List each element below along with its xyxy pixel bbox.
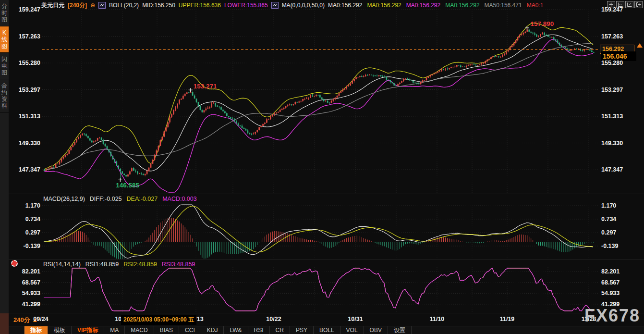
macd-axis-label: 1.170 (601, 202, 643, 209)
price-axis-label: 147.347 (11, 166, 40, 173)
svg-text:157.890: 157.890 (530, 20, 554, 27)
rsi-axis-label: 41.299 (11, 301, 40, 308)
left-sidebar: 分 时 图K 线 图闪 电 图合 约 资 料 (0, 0, 9, 313)
toolbar-zhibiao[interactable]: 指标 (24, 326, 48, 334)
rsi3-value: RSI3:48.859 (162, 261, 195, 268)
price-axis-label: 155.280 (601, 60, 643, 66)
rsi-title: RSI(14,14,14) (43, 261, 81, 268)
rsi-axis-label: 54.933 (601, 290, 643, 297)
macd-axis-label: 0.734 (11, 216, 40, 223)
macd-axis-label: 0.734 (601, 216, 643, 223)
price-axis-label: 157.263 (11, 33, 40, 40)
price-axis-label: 149.330 (601, 140, 643, 147)
toolbar-shezhi[interactable]: 设置 (388, 326, 412, 334)
main-candlestick-chart[interactable]: 157.890153.271146.585 (42, 4, 599, 193)
price-axis-label: 151.313 (601, 113, 643, 120)
rsi-panel[interactable] (42, 267, 599, 313)
rsi-header: RSI(14,14,14) RSI1:48.859 RSI2:48.859 RS… (43, 261, 195, 268)
rsi-axis-label: 82.201 (601, 268, 643, 275)
svg-text:146.585: 146.585 (116, 182, 139, 189)
date-label: 11/19 (493, 316, 522, 322)
toolbar-lwr[interactable]: LW& (224, 326, 248, 334)
toolbar-macd[interactable]: MACD (125, 326, 154, 334)
watermark-logo: FX678 (584, 306, 640, 326)
macd-macd-value: MACD:0.003 (162, 196, 197, 202)
toolbar-rsi[interactable]: RSI (248, 326, 270, 334)
svg-text:153.271: 153.271 (194, 83, 217, 90)
rsi-axis-label: 54.933 (11, 290, 40, 297)
price-axis-label: 159.247 (601, 6, 643, 13)
date-label: 11/10 (423, 316, 451, 322)
price-axis-label: 153.297 (11, 87, 40, 93)
toolbar-psy[interactable]: PSY (290, 326, 314, 334)
toolbar-ma[interactable]: MA (104, 326, 125, 334)
price-axis-label: 159.247 (11, 6, 40, 13)
toolbar-bias[interactable]: BIAS (154, 326, 179, 334)
date-label: 10/22 (259, 316, 288, 322)
time-axis: 240分 ▲ 2025/10/03 05:00~09:00 五 09/2410/… (0, 313, 644, 326)
price-axis-label: 147.347 (601, 166, 643, 173)
price-axis-label: 157.263 (601, 33, 643, 40)
chart-application-window: 分 时 图K 线 图闪 电 图合 约 资 料 美元日元 [240分] ⊕ BOL… (0, 0, 644, 334)
panel-separator (9, 194, 644, 194)
panel-separator (9, 260, 644, 260)
rsi2-value: RSI2:48.859 (123, 261, 157, 268)
toolbar-boll[interactable]: BOLL (314, 326, 340, 334)
date-label: 09/24 (26, 316, 55, 322)
toolbar-moban[interactable]: 模板 (48, 326, 72, 334)
macd-header: MACD(26,12,9) DIFF:-0.025 DEA:-0.027 MAC… (43, 196, 197, 202)
toolbar-cci[interactable]: CCI (179, 326, 201, 334)
date-label: 10/31 (341, 316, 370, 322)
toolbar-vol[interactable]: VOL (340, 326, 364, 334)
toolbar-vip-zhibiao[interactable]: VIP指标 (72, 326, 104, 334)
price-axis-label: 151.313 (11, 113, 40, 120)
time-tooltip: 2025/10/03 05:00~09:00 五 (121, 315, 196, 325)
sidebar-tab-kline-chart[interactable]: K 线 图 (0, 26, 9, 53)
toolbar-obv[interactable]: OBV (364, 326, 388, 334)
rsi-axis-label: 68.567 (601, 279, 643, 286)
macd-axis-label: -0.139 (601, 243, 643, 249)
price-axis-label: 149.330 (11, 140, 40, 147)
rsi-axis-label: 68.567 (11, 279, 40, 286)
macd-axis-label: -0.139 (11, 243, 40, 249)
macd-diff-value: DIFF:-0.025 (90, 196, 122, 202)
price-arrow-icon (637, 43, 643, 48)
toolbar-cr[interactable]: CR (270, 326, 290, 334)
sidebar-tab-contract-info[interactable]: 合 约 资 料 (0, 79, 9, 112)
macd-dea-value: DEA:-0.027 (127, 196, 158, 202)
macd-axis-label: 1.170 (11, 202, 40, 209)
price-axis-label: 153.297 (601, 87, 643, 93)
alert-icon[interactable] (11, 260, 18, 267)
rsi1-value: RSI1:48.859 (85, 261, 119, 268)
toolbar-kdj[interactable]: KDJ (201, 326, 224, 334)
macd-axis-label: 0.297 (11, 229, 40, 236)
macd-title: MACD(26,12,9) (43, 196, 85, 202)
rsi-axis-label: 82.201 (11, 268, 40, 275)
indicator-toolbar: 指标模板VIP指标MAMACDBIASCCIKDJLW&RSICRPSYBOLL… (9, 326, 644, 334)
price-axis-label: 155.280 (11, 60, 40, 66)
macd-axis-label: 0.297 (601, 229, 643, 236)
macd-panel[interactable] (42, 204, 599, 260)
sidebar-tab-time-chart[interactable]: 分 时 图 (0, 0, 9, 26)
sidebar-tab-lightning-chart[interactable]: 闪 电 图 (0, 53, 9, 79)
